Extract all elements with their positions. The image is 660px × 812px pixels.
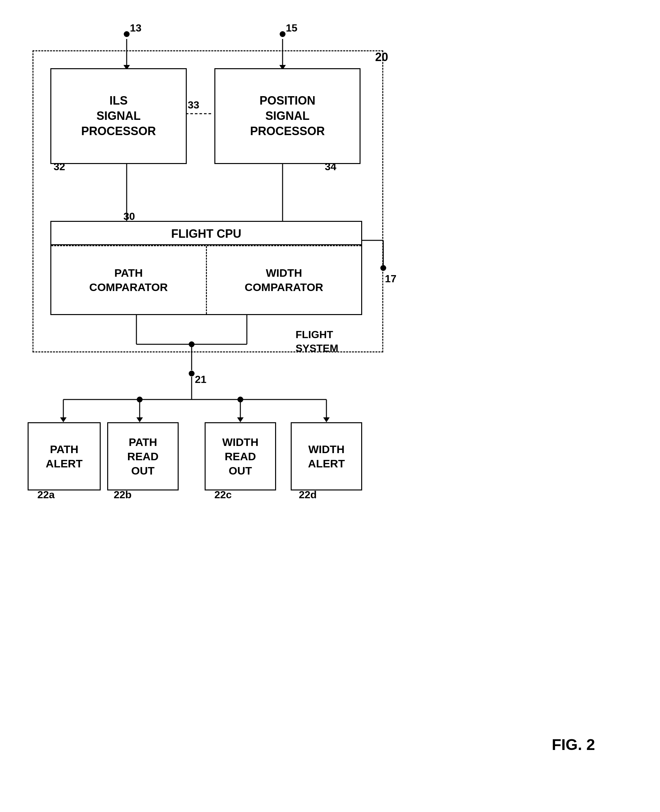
svg-marker-22: [323, 417, 330, 422]
path-readout-id: 22b: [114, 489, 132, 501]
width-alert-box: WIDTH ALERT: [291, 422, 362, 490]
diagram: 13 15 20 ILS SIGNAL PROCESSOR 32 33 POSI…: [0, 0, 660, 812]
node-13-label: 13: [130, 22, 141, 34]
node-15-dot: [280, 31, 286, 37]
ils-signal-processor-box: ILS SIGNAL PROCESSOR: [50, 68, 187, 164]
bus-dot-path-readout: [137, 396, 143, 403]
width-alert-label: WIDTH ALERT: [308, 442, 344, 471]
path-alert-label: PATH ALERT: [46, 442, 82, 471]
flight-system-id: 20: [375, 50, 388, 64]
flight-system-label: FLIGHT SYSTEM: [295, 328, 338, 355]
pos-id: 34: [325, 161, 336, 173]
path-readout-box: PATH READ OUT: [107, 422, 179, 490]
flight-cpu-box: FLIGHT CPU PATH COMPARATOR WIDTH COMPARA…: [50, 221, 362, 315]
path-readout-label: PATH READ OUT: [127, 435, 159, 478]
node-21-label: 21: [195, 374, 206, 385]
svg-marker-18: [136, 417, 143, 422]
position-signal-processor-label: POSITION SIGNAL PROCESSOR: [250, 93, 325, 139]
svg-marker-16: [60, 417, 67, 422]
ils-id: 32: [54, 161, 65, 173]
path-alert-id: 22a: [37, 489, 55, 501]
ils-signal-processor-label: ILS SIGNAL PROCESSOR: [81, 93, 156, 139]
flight-cpu-id: 30: [124, 211, 135, 222]
path-comparator-label: PATH COMPARATOR: [89, 266, 168, 294]
node-13-dot: [124, 31, 130, 37]
connector-33-label: 33: [188, 99, 200, 111]
width-readout-box: WIDTH READ OUT: [205, 422, 276, 490]
width-alert-id: 22d: [299, 489, 317, 501]
node-17-label: 17: [385, 273, 397, 285]
junction-dot-1: [189, 341, 195, 347]
width-readout-label: WIDTH READ OUT: [222, 435, 258, 478]
bus-dot-width-readout: [238, 396, 243, 403]
node-17-dot: [380, 265, 386, 271]
width-comparator-label: WIDTH COMPARATOR: [244, 266, 323, 294]
fig-label: FIG. 2: [552, 736, 595, 753]
node-15-label: 15: [286, 22, 298, 34]
flight-cpu-label: FLIGHT CPU: [51, 222, 361, 245]
path-alert-box: PATH ALERT: [28, 422, 101, 490]
node-21-dot: [189, 371, 195, 376]
position-signal-processor-box: POSITION SIGNAL PROCESSOR: [214, 68, 360, 164]
svg-marker-20: [237, 417, 244, 422]
width-readout-id: 22c: [214, 489, 232, 501]
